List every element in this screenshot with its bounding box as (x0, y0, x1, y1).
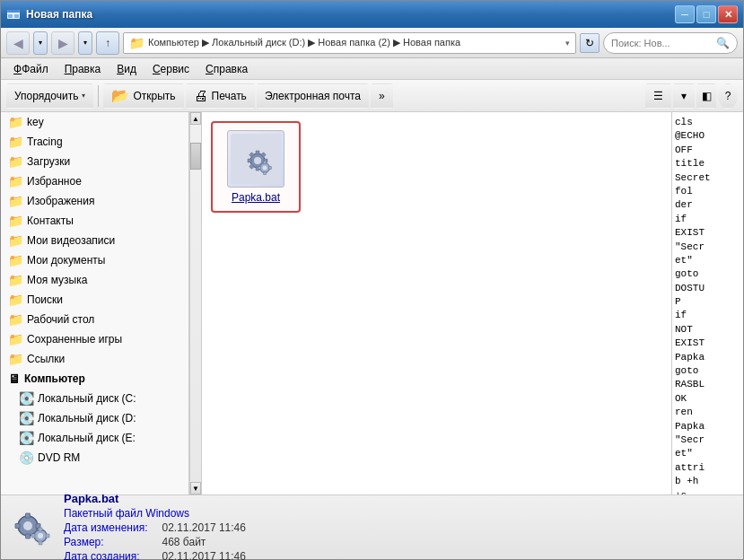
folder-icon: 📁 (8, 253, 23, 267)
sidebar-item-contacts[interactable]: 📁 Контакты (1, 211, 188, 231)
scroll-down-arrow[interactable]: ▼ (190, 482, 201, 494)
menu-edit[interactable]: Правка (57, 61, 109, 77)
print-icon: 🖨 (194, 88, 208, 104)
scroll-track[interactable] (190, 125, 201, 482)
sidebar-scrollbar[interactable]: ▲ ▼ (189, 112, 202, 494)
views-section: ☰ ▾ ◧ ? (645, 83, 738, 109)
svg-rect-18 (264, 172, 267, 175)
up-button[interactable]: ↑ (96, 31, 119, 55)
sidebar-item-disk-d[interactable]: 💽 Локальный диск (D: (1, 408, 188, 428)
sidebar-item-music[interactable]: 📁 Моя музыка (1, 270, 188, 290)
views-dropdown[interactable]: ▾ (673, 83, 695, 109)
main-area: 📁 key 📁 Tracing 📁 Загрузки 📁 Избранное 📁… (1, 112, 743, 494)
scroll-thumb[interactable] (190, 143, 201, 170)
svg-rect-7 (256, 151, 259, 154)
forward-dropdown[interactable]: ▾ (78, 31, 92, 55)
organize-button[interactable]: Упорядочить ▾ (6, 83, 93, 109)
sidebar-item-label: Мои документы (27, 254, 105, 267)
search-icon[interactable]: 🔍 (716, 37, 730, 49)
svg-rect-32 (31, 534, 35, 538)
search-box[interactable]: 🔍 (603, 32, 738, 54)
minimize-button[interactable]: ─ (675, 5, 695, 23)
toolbar-separator-1 (98, 85, 99, 107)
sidebar-item-label: Поиски (27, 293, 63, 306)
forward-button[interactable]: ▶ (51, 31, 74, 55)
status-bar: Papka.bat Пакетный файл Windows Дата изм… (1, 494, 743, 559)
sidebar-item-computer[interactable]: 🖥 Компьютер (1, 369, 188, 389)
close-button[interactable]: ✕ (718, 5, 738, 23)
title-bar: Новая папка ─ □ ✕ (1, 1, 743, 28)
back-dropdown[interactable]: ▾ (33, 31, 48, 55)
sidebar-item-desktop[interactable]: 📁 Рабочий стол (1, 310, 188, 329)
svg-rect-24 (26, 513, 31, 518)
address-dropdown-icon: ▾ (565, 39, 570, 48)
more-button[interactable]: » (371, 83, 393, 109)
refresh-button[interactable]: ↻ (580, 33, 600, 53)
status-date-created-value: 02.11.2017 11:46 (162, 550, 735, 560)
svg-rect-31 (39, 541, 42, 545)
menu-bar: ФФайл Правка Вид Сервис Справка (1, 58, 743, 80)
sidebar-item-videos[interactable]: 📁 Мои видеозаписи (1, 231, 188, 250)
open-button[interactable]: 📂 Открыть (103, 83, 183, 109)
address-bar[interactable]: 📁 Компьютер ▶ Локальный диск (D:) ▶ Нова… (123, 32, 576, 54)
sidebar-item-dvd[interactable]: 💿 DVD RM (1, 448, 188, 468)
scroll-up-arrow[interactable]: ▲ (190, 112, 201, 125)
svg-rect-3 (14, 14, 19, 18)
pane-button[interactable]: ◧ (696, 83, 716, 109)
sidebar-item-label: Компьютер (24, 372, 85, 385)
more-label: » (379, 90, 385, 102)
sidebar-item-savedgames[interactable]: 📁 Сохраненные игры (1, 329, 188, 349)
computer-icon: 🖥 (8, 372, 21, 386)
sidebar-item-links[interactable]: 📁 Ссылки (1, 349, 188, 369)
explorer-window: Новая папка ─ □ ✕ ◀ ▾ ▶ ▾ ↑ 📁 Компьютер … (0, 0, 744, 560)
file-name-label: Papka.bat (232, 191, 280, 204)
maximize-button[interactable]: □ (696, 5, 716, 23)
search-input[interactable] (611, 38, 713, 48)
print-button[interactable]: 🖨 Печать (186, 83, 255, 109)
views-button[interactable]: ☰ (645, 83, 671, 109)
sidebar-item-downloads[interactable]: 📁 Загрузки (1, 152, 188, 171)
sidebar-item-tracing[interactable]: 📁 Tracing (1, 132, 188, 152)
code-content: cls @ECHO OFF title Secret fol der if EX… (675, 116, 740, 494)
address-folder-icon: 📁 (129, 36, 144, 50)
sidebar-item-disk-e[interactable]: 💽 Локальный диск (E: (1, 428, 188, 448)
svg-rect-9 (248, 159, 251, 162)
menu-view[interactable]: Вид (109, 61, 144, 77)
svg-rect-30 (39, 528, 42, 531)
email-label: Электронная почта (265, 90, 361, 102)
sidebar-item-documents[interactable]: 📁 Мои документы (1, 250, 188, 270)
svg-rect-33 (46, 534, 49, 538)
folder-icon: 📁 (8, 214, 23, 228)
svg-rect-2 (8, 14, 13, 18)
menu-tools[interactable]: Сервис (145, 61, 197, 77)
pane-icon: ◧ (702, 90, 712, 102)
title-bar-left: Новая папка (6, 7, 92, 22)
sidebar-item-images[interactable]: 📁 Изображения (1, 191, 188, 211)
file-item-papka-bat[interactable]: Papka.bat (211, 121, 301, 213)
folder-icon: 📁 (8, 233, 23, 248)
file-icon (227, 130, 284, 188)
sidebar-item-label: Избранное (27, 175, 82, 188)
sidebar-item-favorites[interactable]: 📁 Избранное (1, 171, 188, 191)
right-panel: cls @ECHO OFF title Secret fol der if EX… (671, 112, 743, 494)
sidebar-item-label: DVD RM (38, 451, 80, 464)
status-size-value: 468 байт (162, 536, 735, 548)
svg-rect-19 (258, 167, 261, 170)
sidebar-item-disk-c[interactable]: 💽 Локальный диск (C: (1, 389, 188, 408)
folder-icon: 📁 (8, 312, 23, 327)
svg-rect-1 (7, 10, 20, 13)
sidebar-item-searches[interactable]: 📁 Поиски (1, 290, 188, 310)
folder-icon: 📁 (8, 154, 23, 169)
sidebar-item-label: Tracing (27, 136, 63, 148)
status-file-icon (10, 506, 53, 549)
help-button[interactable]: ? (718, 83, 738, 109)
sidebar-item-label: Рабочий стол (27, 313, 94, 326)
menu-help[interactable]: Справка (198, 61, 255, 77)
sidebar-item-key[interactable]: 📁 key (1, 112, 188, 132)
svg-rect-26 (15, 523, 20, 528)
menu-file[interactable]: ФФайл (6, 61, 56, 77)
email-button[interactable]: Электронная почта (257, 83, 369, 109)
sidebar-item-label: Сохраненные игры (27, 333, 122, 346)
back-button[interactable]: ◀ (6, 31, 30, 55)
disk-icon: 💽 (19, 391, 34, 406)
